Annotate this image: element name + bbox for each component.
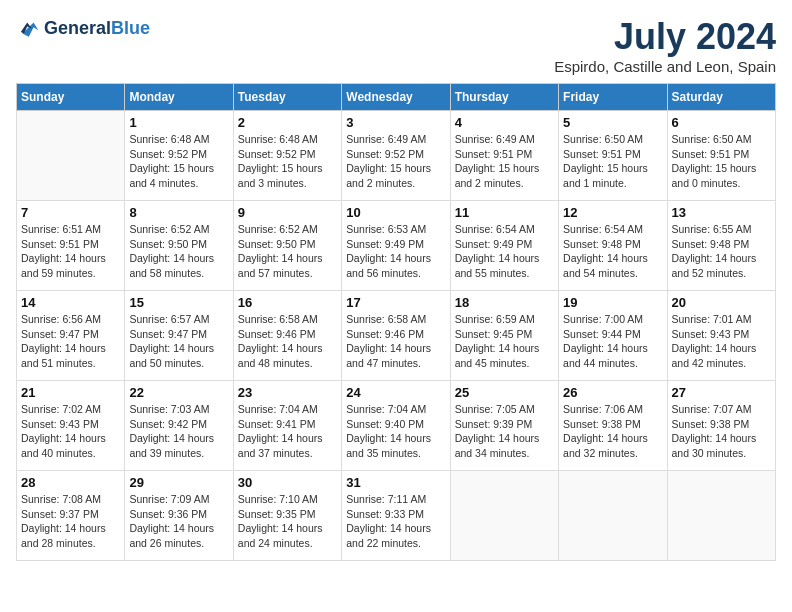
calendar-cell: 5Sunrise: 6:50 AM Sunset: 9:51 PM Daylig… xyxy=(559,111,667,201)
day-info: Sunrise: 7:05 AM Sunset: 9:39 PM Dayligh… xyxy=(455,402,554,461)
calendar-cell: 17Sunrise: 6:58 AM Sunset: 9:46 PM Dayli… xyxy=(342,291,450,381)
calendar-cell: 6Sunrise: 6:50 AM Sunset: 9:51 PM Daylig… xyxy=(667,111,775,201)
calendar-body: 1Sunrise: 6:48 AM Sunset: 9:52 PM Daylig… xyxy=(17,111,776,561)
calendar-cell: 4Sunrise: 6:49 AM Sunset: 9:51 PM Daylig… xyxy=(450,111,558,201)
calendar-cell: 8Sunrise: 6:52 AM Sunset: 9:50 PM Daylig… xyxy=(125,201,233,291)
calendar-cell: 27Sunrise: 7:07 AM Sunset: 9:38 PM Dayli… xyxy=(667,381,775,471)
calendar-cell: 19Sunrise: 7:00 AM Sunset: 9:44 PM Dayli… xyxy=(559,291,667,381)
day-info: Sunrise: 6:51 AM Sunset: 9:51 PM Dayligh… xyxy=(21,222,120,281)
calendar-cell xyxy=(667,471,775,561)
day-number: 17 xyxy=(346,295,445,310)
day-number: 16 xyxy=(238,295,337,310)
day-info: Sunrise: 7:07 AM Sunset: 9:38 PM Dayligh… xyxy=(672,402,771,461)
calendar-week-3: 14Sunrise: 6:56 AM Sunset: 9:47 PM Dayli… xyxy=(17,291,776,381)
calendar-cell xyxy=(559,471,667,561)
day-info: Sunrise: 6:54 AM Sunset: 9:48 PM Dayligh… xyxy=(563,222,662,281)
weekday-header-saturday: Saturday xyxy=(667,84,775,111)
day-info: Sunrise: 7:01 AM Sunset: 9:43 PM Dayligh… xyxy=(672,312,771,371)
calendar-cell: 9Sunrise: 6:52 AM Sunset: 9:50 PM Daylig… xyxy=(233,201,341,291)
day-info: Sunrise: 6:52 AM Sunset: 9:50 PM Dayligh… xyxy=(238,222,337,281)
day-info: Sunrise: 7:08 AM Sunset: 9:37 PM Dayligh… xyxy=(21,492,120,551)
calendar-cell: 15Sunrise: 6:57 AM Sunset: 9:47 PM Dayli… xyxy=(125,291,233,381)
calendar-cell: 16Sunrise: 6:58 AM Sunset: 9:46 PM Dayli… xyxy=(233,291,341,381)
calendar-cell: 1Sunrise: 6:48 AM Sunset: 9:52 PM Daylig… xyxy=(125,111,233,201)
day-info: Sunrise: 7:03 AM Sunset: 9:42 PM Dayligh… xyxy=(129,402,228,461)
calendar-week-5: 28Sunrise: 7:08 AM Sunset: 9:37 PM Dayli… xyxy=(17,471,776,561)
day-number: 6 xyxy=(672,115,771,130)
day-number: 9 xyxy=(238,205,337,220)
day-info: Sunrise: 6:52 AM Sunset: 9:50 PM Dayligh… xyxy=(129,222,228,281)
calendar-cell: 18Sunrise: 6:59 AM Sunset: 9:45 PM Dayli… xyxy=(450,291,558,381)
day-number: 22 xyxy=(129,385,228,400)
day-number: 11 xyxy=(455,205,554,220)
day-number: 30 xyxy=(238,475,337,490)
weekday-header-wednesday: Wednesday xyxy=(342,84,450,111)
day-number: 3 xyxy=(346,115,445,130)
day-info: Sunrise: 7:11 AM Sunset: 9:33 PM Dayligh… xyxy=(346,492,445,551)
calendar-cell: 24Sunrise: 7:04 AM Sunset: 9:40 PM Dayli… xyxy=(342,381,450,471)
day-info: Sunrise: 6:50 AM Sunset: 9:51 PM Dayligh… xyxy=(672,132,771,191)
calendar-cell: 20Sunrise: 7:01 AM Sunset: 9:43 PM Dayli… xyxy=(667,291,775,381)
day-number: 7 xyxy=(21,205,120,220)
day-info: Sunrise: 7:04 AM Sunset: 9:40 PM Dayligh… xyxy=(346,402,445,461)
day-info: Sunrise: 7:06 AM Sunset: 9:38 PM Dayligh… xyxy=(563,402,662,461)
day-number: 14 xyxy=(21,295,120,310)
day-number: 25 xyxy=(455,385,554,400)
weekday-header-sunday: Sunday xyxy=(17,84,125,111)
location-subtitle: Espirdo, Castille and Leon, Spain xyxy=(554,58,776,75)
day-info: Sunrise: 6:56 AM Sunset: 9:47 PM Dayligh… xyxy=(21,312,120,371)
day-number: 20 xyxy=(672,295,771,310)
day-number: 23 xyxy=(238,385,337,400)
calendar-cell: 25Sunrise: 7:05 AM Sunset: 9:39 PM Dayli… xyxy=(450,381,558,471)
calendar-cell: 7Sunrise: 6:51 AM Sunset: 9:51 PM Daylig… xyxy=(17,201,125,291)
logo: GeneralBlue xyxy=(16,16,150,40)
calendar-cell: 21Sunrise: 7:02 AM Sunset: 9:43 PM Dayli… xyxy=(17,381,125,471)
day-number: 8 xyxy=(129,205,228,220)
day-number: 12 xyxy=(563,205,662,220)
day-number: 2 xyxy=(238,115,337,130)
day-info: Sunrise: 6:59 AM Sunset: 9:45 PM Dayligh… xyxy=(455,312,554,371)
logo-general-text: General xyxy=(44,18,111,38)
day-number: 26 xyxy=(563,385,662,400)
calendar-cell: 14Sunrise: 6:56 AM Sunset: 9:47 PM Dayli… xyxy=(17,291,125,381)
calendar-cell: 11Sunrise: 6:54 AM Sunset: 9:49 PM Dayli… xyxy=(450,201,558,291)
day-info: Sunrise: 7:02 AM Sunset: 9:43 PM Dayligh… xyxy=(21,402,120,461)
day-info: Sunrise: 7:10 AM Sunset: 9:35 PM Dayligh… xyxy=(238,492,337,551)
calendar-cell: 30Sunrise: 7:10 AM Sunset: 9:35 PM Dayli… xyxy=(233,471,341,561)
weekday-header-friday: Friday xyxy=(559,84,667,111)
day-info: Sunrise: 6:54 AM Sunset: 9:49 PM Dayligh… xyxy=(455,222,554,281)
day-number: 10 xyxy=(346,205,445,220)
day-info: Sunrise: 7:00 AM Sunset: 9:44 PM Dayligh… xyxy=(563,312,662,371)
calendar-table: SundayMondayTuesdayWednesdayThursdayFrid… xyxy=(16,83,776,561)
calendar-cell: 26Sunrise: 7:06 AM Sunset: 9:38 PM Dayli… xyxy=(559,381,667,471)
calendar-cell: 2Sunrise: 6:48 AM Sunset: 9:52 PM Daylig… xyxy=(233,111,341,201)
day-number: 21 xyxy=(21,385,120,400)
calendar-cell: 29Sunrise: 7:09 AM Sunset: 9:36 PM Dayli… xyxy=(125,471,233,561)
weekday-header-thursday: Thursday xyxy=(450,84,558,111)
day-info: Sunrise: 6:49 AM Sunset: 9:51 PM Dayligh… xyxy=(455,132,554,191)
day-number: 19 xyxy=(563,295,662,310)
day-info: Sunrise: 6:58 AM Sunset: 9:46 PM Dayligh… xyxy=(346,312,445,371)
calendar-week-1: 1Sunrise: 6:48 AM Sunset: 9:52 PM Daylig… xyxy=(17,111,776,201)
day-number: 28 xyxy=(21,475,120,490)
day-info: Sunrise: 6:49 AM Sunset: 9:52 PM Dayligh… xyxy=(346,132,445,191)
day-number: 15 xyxy=(129,295,228,310)
weekday-header-row: SundayMondayTuesdayWednesdayThursdayFrid… xyxy=(17,84,776,111)
calendar-week-4: 21Sunrise: 7:02 AM Sunset: 9:43 PM Dayli… xyxy=(17,381,776,471)
weekday-header-tuesday: Tuesday xyxy=(233,84,341,111)
calendar-cell xyxy=(450,471,558,561)
calendar-cell: 13Sunrise: 6:55 AM Sunset: 9:48 PM Dayli… xyxy=(667,201,775,291)
day-info: Sunrise: 6:48 AM Sunset: 9:52 PM Dayligh… xyxy=(238,132,337,191)
day-info: Sunrise: 6:58 AM Sunset: 9:46 PM Dayligh… xyxy=(238,312,337,371)
calendar-cell: 28Sunrise: 7:08 AM Sunset: 9:37 PM Dayli… xyxy=(17,471,125,561)
calendar-cell: 10Sunrise: 6:53 AM Sunset: 9:49 PM Dayli… xyxy=(342,201,450,291)
calendar-cell: 3Sunrise: 6:49 AM Sunset: 9:52 PM Daylig… xyxy=(342,111,450,201)
day-info: Sunrise: 6:53 AM Sunset: 9:49 PM Dayligh… xyxy=(346,222,445,281)
day-number: 4 xyxy=(455,115,554,130)
logo-blue-text: Blue xyxy=(111,18,150,38)
title-area: July 2024 Espirdo, Castille and Leon, Sp… xyxy=(554,16,776,75)
day-number: 18 xyxy=(455,295,554,310)
calendar-cell: 23Sunrise: 7:04 AM Sunset: 9:41 PM Dayli… xyxy=(233,381,341,471)
weekday-header-monday: Monday xyxy=(125,84,233,111)
day-info: Sunrise: 6:55 AM Sunset: 9:48 PM Dayligh… xyxy=(672,222,771,281)
